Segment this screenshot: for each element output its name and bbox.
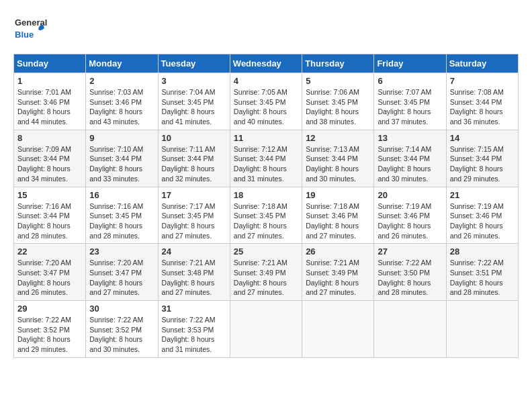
day-info: Sunrise: 7:12 AM Sunset: 3:44 PM Dayligh… bbox=[234, 145, 287, 183]
calendar-cell: 9 Sunrise: 7:10 AM Sunset: 3:44 PM Dayli… bbox=[86, 130, 158, 187]
day-number: 10 bbox=[162, 133, 226, 143]
calendar-cell bbox=[230, 301, 302, 358]
calendar-cell: 13 Sunrise: 7:14 AM Sunset: 3:44 PM Dayl… bbox=[374, 130, 446, 187]
calendar-cell: 28 Sunrise: 7:22 AM Sunset: 3:51 PM Dayl… bbox=[446, 244, 518, 301]
day-info: Sunrise: 7:20 AM Sunset: 3:47 PM Dayligh… bbox=[89, 259, 143, 296]
calendar-cell: 2 Sunrise: 7:03 AM Sunset: 3:46 PM Dayli… bbox=[86, 73, 158, 130]
calendar-cell: 30 Sunrise: 7:22 AM Sunset: 3:52 PM Dayl… bbox=[86, 301, 158, 358]
calendar-cell: 31 Sunrise: 7:22 AM Sunset: 3:53 PM Dayl… bbox=[158, 301, 230, 358]
day-number: 2 bbox=[89, 76, 154, 86]
calendar-header-wednesday: Wednesday bbox=[230, 54, 302, 73]
calendar-cell: 24 Sunrise: 7:21 AM Sunset: 3:48 PM Dayl… bbox=[158, 244, 230, 301]
svg-text:Blue: Blue bbox=[15, 30, 34, 40]
calendar-cell: 22 Sunrise: 7:20 AM Sunset: 3:47 PM Dayl… bbox=[14, 244, 86, 301]
day-info: Sunrise: 7:04 AM Sunset: 3:45 PM Dayligh… bbox=[162, 88, 216, 126]
day-info: Sunrise: 7:06 AM Sunset: 3:45 PM Dayligh… bbox=[306, 88, 359, 126]
calendar-header-sunday: Sunday bbox=[14, 54, 86, 73]
day-info: Sunrise: 7:16 AM Sunset: 3:45 PM Dayligh… bbox=[89, 202, 143, 240]
day-info: Sunrise: 7:09 AM Sunset: 3:44 PM Dayligh… bbox=[17, 145, 71, 183]
calendar-cell: 29 Sunrise: 7:22 AM Sunset: 3:52 PM Dayl… bbox=[14, 301, 86, 358]
calendar-cell bbox=[446, 301, 518, 358]
day-number: 6 bbox=[378, 76, 442, 86]
day-number: 12 bbox=[306, 133, 370, 143]
day-info: Sunrise: 7:19 AM Sunset: 3:46 PM Dayligh… bbox=[450, 202, 504, 240]
calendar-header-friday: Friday bbox=[374, 54, 446, 73]
calendar-header-saturday: Saturday bbox=[446, 54, 518, 73]
day-info: Sunrise: 7:01 AM Sunset: 3:46 PM Dayligh… bbox=[17, 88, 71, 126]
day-number: 17 bbox=[162, 190, 226, 200]
calendar-body: 1 Sunrise: 7:01 AM Sunset: 3:46 PM Dayli… bbox=[14, 73, 519, 358]
day-number: 27 bbox=[378, 246, 442, 257]
calendar-cell: 1 Sunrise: 7:01 AM Sunset: 3:46 PM Dayli… bbox=[14, 73, 86, 130]
day-info: Sunrise: 7:13 AM Sunset: 3:44 PM Dayligh… bbox=[306, 145, 359, 183]
day-info: Sunrise: 7:14 AM Sunset: 3:44 PM Dayligh… bbox=[378, 145, 431, 183]
day-number: 3 bbox=[162, 76, 226, 86]
day-info: Sunrise: 7:19 AM Sunset: 3:46 PM Dayligh… bbox=[378, 202, 431, 240]
day-number: 5 bbox=[306, 76, 370, 86]
day-info: Sunrise: 7:05 AM Sunset: 3:45 PM Dayligh… bbox=[234, 88, 287, 126]
day-number: 14 bbox=[450, 133, 515, 143]
day-info: Sunrise: 7:22 AM Sunset: 3:52 PM Dayligh… bbox=[17, 316, 71, 353]
day-number: 23 bbox=[89, 246, 154, 257]
calendar-week-5: 29 Sunrise: 7:22 AM Sunset: 3:52 PM Dayl… bbox=[14, 301, 519, 358]
day-number: 31 bbox=[162, 304, 226, 314]
calendar-cell: 20 Sunrise: 7:19 AM Sunset: 3:46 PM Dayl… bbox=[374, 187, 446, 244]
calendar-cell: 4 Sunrise: 7:05 AM Sunset: 3:45 PM Dayli… bbox=[230, 73, 302, 130]
day-info: Sunrise: 7:10 AM Sunset: 3:44 PM Dayligh… bbox=[89, 145, 143, 183]
calendar-header-thursday: Thursday bbox=[302, 54, 374, 73]
day-number: 13 bbox=[378, 133, 442, 143]
day-number: 8 bbox=[17, 133, 82, 143]
day-number: 11 bbox=[234, 133, 298, 143]
logo-svg: General Blue bbox=[13, 13, 47, 47]
calendar-cell: 26 Sunrise: 7:21 AM Sunset: 3:49 PM Dayl… bbox=[302, 244, 374, 301]
calendar-cell: 10 Sunrise: 7:11 AM Sunset: 3:44 PM Dayl… bbox=[158, 130, 230, 187]
logo: General Blue bbox=[13, 13, 47, 47]
calendar-cell: 21 Sunrise: 7:19 AM Sunset: 3:46 PM Dayl… bbox=[446, 187, 518, 244]
calendar-week-2: 8 Sunrise: 7:09 AM Sunset: 3:44 PM Dayli… bbox=[14, 130, 519, 187]
calendar-cell: 23 Sunrise: 7:20 AM Sunset: 3:47 PM Dayl… bbox=[86, 244, 158, 301]
day-number: 15 bbox=[17, 190, 82, 200]
day-info: Sunrise: 7:20 AM Sunset: 3:47 PM Dayligh… bbox=[17, 259, 71, 296]
day-number: 21 bbox=[450, 190, 515, 200]
day-info: Sunrise: 7:22 AM Sunset: 3:53 PM Dayligh… bbox=[162, 316, 216, 353]
day-number: 18 bbox=[234, 190, 298, 200]
calendar-cell: 6 Sunrise: 7:07 AM Sunset: 3:45 PM Dayli… bbox=[374, 73, 446, 130]
day-number: 26 bbox=[306, 246, 370, 257]
day-info: Sunrise: 7:17 AM Sunset: 3:45 PM Dayligh… bbox=[162, 202, 216, 240]
day-number: 25 bbox=[234, 246, 298, 257]
day-number: 29 bbox=[17, 304, 82, 314]
calendar-header-monday: Monday bbox=[86, 54, 158, 73]
day-info: Sunrise: 7:21 AM Sunset: 3:49 PM Dayligh… bbox=[234, 259, 287, 296]
calendar-cell bbox=[302, 301, 374, 358]
calendar-week-3: 15 Sunrise: 7:16 AM Sunset: 3:44 PM Dayl… bbox=[14, 187, 519, 244]
day-info: Sunrise: 7:08 AM Sunset: 3:44 PM Dayligh… bbox=[450, 88, 504, 126]
day-info: Sunrise: 7:15 AM Sunset: 3:44 PM Dayligh… bbox=[450, 145, 504, 183]
calendar-cell bbox=[374, 301, 446, 358]
day-number: 28 bbox=[450, 246, 515, 257]
calendar-cell: 19 Sunrise: 7:18 AM Sunset: 3:46 PM Dayl… bbox=[302, 187, 374, 244]
calendar-cell: 11 Sunrise: 7:12 AM Sunset: 3:44 PM Dayl… bbox=[230, 130, 302, 187]
calendar-header-tuesday: Tuesday bbox=[158, 54, 230, 73]
day-info: Sunrise: 7:21 AM Sunset: 3:49 PM Dayligh… bbox=[306, 259, 359, 296]
day-number: 20 bbox=[378, 190, 442, 200]
calendar-cell: 27 Sunrise: 7:22 AM Sunset: 3:50 PM Dayl… bbox=[374, 244, 446, 301]
day-info: Sunrise: 7:18 AM Sunset: 3:46 PM Dayligh… bbox=[306, 202, 359, 240]
day-number: 22 bbox=[17, 246, 82, 257]
day-info: Sunrise: 7:03 AM Sunset: 3:46 PM Dayligh… bbox=[89, 88, 143, 126]
day-info: Sunrise: 7:22 AM Sunset: 3:52 PM Dayligh… bbox=[89, 316, 143, 353]
day-info: Sunrise: 7:11 AM Sunset: 3:44 PM Dayligh… bbox=[162, 145, 216, 183]
day-info: Sunrise: 7:21 AM Sunset: 3:48 PM Dayligh… bbox=[162, 259, 216, 296]
day-number: 1 bbox=[17, 76, 82, 86]
day-info: Sunrise: 7:16 AM Sunset: 3:44 PM Dayligh… bbox=[17, 202, 71, 240]
calendar-cell: 25 Sunrise: 7:21 AM Sunset: 3:49 PM Dayl… bbox=[230, 244, 302, 301]
calendar-cell: 3 Sunrise: 7:04 AM Sunset: 3:45 PM Dayli… bbox=[158, 73, 230, 130]
header: General Blue bbox=[13, 13, 519, 47]
calendar-week-4: 22 Sunrise: 7:20 AM Sunset: 3:47 PM Dayl… bbox=[14, 244, 519, 301]
calendar-cell: 17 Sunrise: 7:17 AM Sunset: 3:45 PM Dayl… bbox=[158, 187, 230, 244]
calendar-cell: 7 Sunrise: 7:08 AM Sunset: 3:44 PM Dayli… bbox=[446, 73, 518, 130]
calendar-cell: 15 Sunrise: 7:16 AM Sunset: 3:44 PM Dayl… bbox=[14, 187, 86, 244]
calendar-week-1: 1 Sunrise: 7:01 AM Sunset: 3:46 PM Dayli… bbox=[14, 73, 519, 130]
day-number: 24 bbox=[162, 246, 226, 257]
day-info: Sunrise: 7:22 AM Sunset: 3:51 PM Dayligh… bbox=[450, 259, 504, 296]
calendar-cell: 14 Sunrise: 7:15 AM Sunset: 3:44 PM Dayl… bbox=[446, 130, 518, 187]
